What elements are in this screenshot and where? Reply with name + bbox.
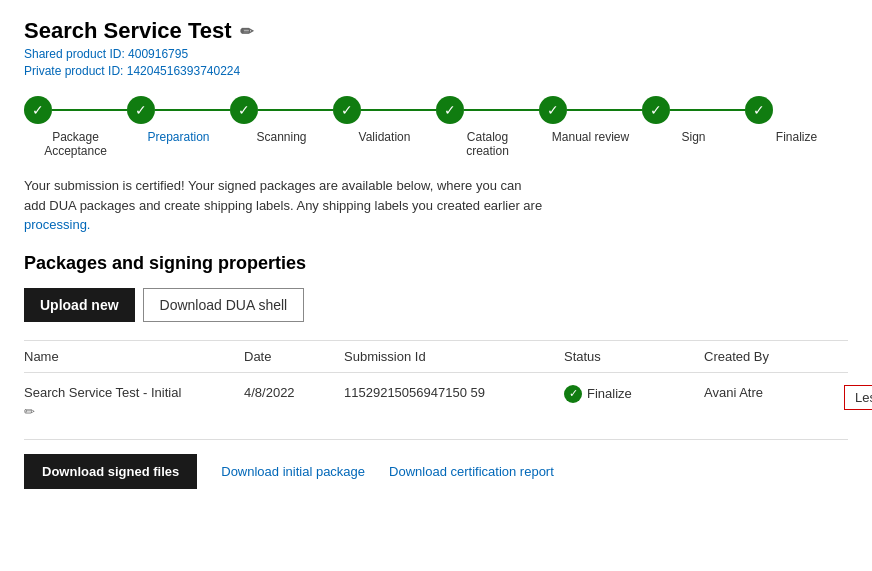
step-0: ✓Package Acceptance <box>24 96 127 158</box>
upload-new-button[interactable]: Upload new <box>24 288 135 322</box>
step-label-5: Manual review <box>552 130 629 144</box>
page-title-row: Search Service Test ✏ <box>24 18 848 44</box>
row-less-cell: Less ∧ <box>844 385 872 419</box>
step-circle-6: ✓ <box>642 96 670 124</box>
steps-row: ✓Package Acceptance✓Preparation✓Scanning… <box>24 96 848 158</box>
private-product-id: Private product ID: 14204516393740224 <box>24 64 848 78</box>
step-label-3: Validation <box>359 130 411 144</box>
step-3: ✓Validation <box>333 96 436 144</box>
finalize-icon: ✓ <box>564 385 582 403</box>
packages-section: Packages and signing properties Upload n… <box>24 253 848 489</box>
step-circle-3: ✓ <box>333 96 361 124</box>
download-dua-button[interactable]: Download DUA shell <box>143 288 305 322</box>
step-label-7: Finalize <box>776 130 817 144</box>
step-label-6: Sign <box>681 130 705 144</box>
download-signed-button[interactable]: Download signed files <box>24 454 197 489</box>
finalize-badge: ✓ Finalize <box>564 385 704 403</box>
download-initial-button[interactable]: Download initial package <box>209 464 377 479</box>
step-6: ✓Sign <box>642 96 745 144</box>
title-edit-icon[interactable]: ✏ <box>240 22 253 41</box>
step-label-0: Package Acceptance <box>44 130 107 158</box>
col-date: Date <box>244 349 344 364</box>
step-5: ✓Manual review <box>539 96 642 144</box>
row-name-cell: Search Service Test - Initial ✏ <box>24 385 244 419</box>
row-name: Search Service Test - Initial <box>24 385 244 400</box>
step-circle-5: ✓ <box>539 96 567 124</box>
notification-area: Your submission is certified! Your signe… <box>24 176 848 235</box>
step-7: ✓Finalize <box>745 96 848 144</box>
less-button[interactable]: Less ∧ <box>844 385 872 410</box>
step-1: ✓Preparation <box>127 96 230 144</box>
less-label: Less <box>855 390 872 405</box>
step-circle-2: ✓ <box>230 96 258 124</box>
status-label: Finalize <box>587 386 632 401</box>
action-buttons-row: Upload new Download DUA shell <box>24 288 848 322</box>
table-row: Search Service Test - Initial ✏ 4/8/2022… <box>24 373 848 423</box>
row-submission-id: 11529215056947150 59 <box>344 385 564 419</box>
step-label-1: Preparation <box>147 130 209 144</box>
step-circle-0: ✓ <box>24 96 52 124</box>
row-date: 4/8/2022 <box>244 385 344 419</box>
step-circle-7: ✓ <box>745 96 773 124</box>
step-2: ✓Scanning <box>230 96 333 144</box>
step-label-2: Scanning <box>256 130 306 144</box>
packages-title: Packages and signing properties <box>24 253 848 274</box>
col-status: Status <box>564 349 704 364</box>
col-created-by: Created By <box>704 349 844 364</box>
row-status: ✓ Finalize <box>564 385 704 419</box>
shared-product-id: Shared product ID: 400916795 <box>24 47 848 61</box>
progress-steps: ✓Package Acceptance✓Preparation✓Scanning… <box>24 96 848 158</box>
step-4: ✓Catalog creation <box>436 96 539 158</box>
packages-table: Name Date Submission Id Status Created B… <box>24 340 848 423</box>
col-name: Name <box>24 349 244 364</box>
page-title-text: Search Service Test <box>24 18 232 44</box>
page-header: Search Service Test ✏ Shared product ID:… <box>24 18 848 78</box>
table-header-row: Name Date Submission Id Status Created B… <box>24 341 848 373</box>
row-created-by: Avani Atre <box>704 385 844 419</box>
download-cert-button[interactable]: Download certification report <box>377 464 566 479</box>
bottom-action-row: Download signed files Download initial p… <box>24 439 848 489</box>
step-circle-4: ✓ <box>436 96 464 124</box>
col-submission-id: Submission Id <box>344 349 564 364</box>
row-edit-icon[interactable]: ✏ <box>24 404 244 419</box>
step-label-4: Catalog creation <box>466 130 509 158</box>
col-action <box>844 349 872 364</box>
step-circle-1: ✓ <box>127 96 155 124</box>
